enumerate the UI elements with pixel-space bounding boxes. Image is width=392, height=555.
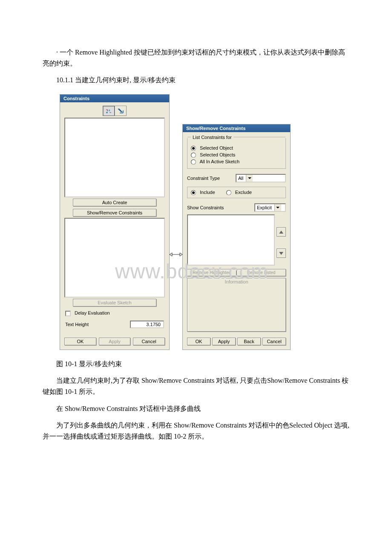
cancel-button-left[interactable]: Cancel — [133, 338, 165, 345]
constraints-listbox[interactable] — [64, 118, 165, 197]
constraints-result-listbox[interactable] — [187, 214, 275, 266]
figure-10-1: www.bdocx.com Constraints — [60, 94, 349, 350]
svg-marker-1 — [170, 253, 172, 256]
auto-create-button[interactable]: Auto Create — [73, 199, 156, 206]
show-constraints-label: Show Constraints — [187, 205, 224, 210]
constraints-dialog-title: Constraints — [60, 95, 169, 102]
secondary-listbox[interactable] — [64, 218, 165, 298]
information-button[interactable]: Information — [187, 278, 286, 332]
apply-button-right[interactable]: Apply — [212, 338, 236, 345]
scroll-down-button[interactable] — [277, 249, 286, 258]
show-remove-constraints-button[interactable]: Show/Remove Constraints — [73, 209, 156, 217]
show-remove-dialog: Show/Remove Constraints List Constraints… — [182, 124, 291, 350]
show-remove-dialog-title: Show/Remove Constraints — [183, 124, 290, 132]
text-height-label: Text Height — [65, 322, 89, 327]
paragraph-5: 为了列出多条曲线的几何约束，利用在 Show/Remove Constraint… — [43, 420, 349, 442]
list-constraints-legend: List Constraints for — [187, 135, 285, 140]
delay-evaluation-label: Delay Evaluation — [75, 310, 110, 315]
radio-exclude[interactable] — [226, 190, 231, 195]
dim-icon — [105, 108, 112, 114]
radio-selected-object[interactable] — [191, 146, 196, 151]
remove-listed-button[interactable]: Remove Listed — [236, 269, 286, 276]
triangle-down-icon — [279, 252, 283, 255]
ok-button-left[interactable]: OK — [64, 338, 96, 345]
exclude-label: Exclude — [235, 190, 252, 195]
chevron-down-icon — [246, 175, 253, 182]
radio-selected-object-label: Selected Object — [200, 145, 233, 150]
include-label: Include — [200, 190, 215, 195]
dimensional-mode-toggle[interactable] — [103, 106, 115, 116]
geometric-mode-toggle[interactable] — [115, 106, 127, 116]
radio-include[interactable] — [191, 190, 196, 195]
constraints-dialog: Constraints — [60, 94, 170, 350]
geo-icon — [117, 108, 124, 114]
section-heading: 10.1.1 当建立几何约束时, 显示/移去约束 — [43, 75, 349, 86]
radio-all-active-label: All In Active Sketch — [199, 159, 239, 164]
radio-selected-objects-label: Selected Objects — [200, 152, 235, 157]
constraint-type-label: Constraint Type — [187, 176, 220, 181]
constraint-type-dropdown[interactable]: All — [236, 174, 286, 182]
text-height-field[interactable]: 3.1750 — [130, 321, 164, 328]
paragraph-4: 在 Show/Remove Constraints 对话框中选择多曲线 — [43, 403, 349, 414]
figure-caption: 图 10-1 显示/移去约束 — [43, 358, 349, 370]
paragraph-3: 当建立几何约束时,为了存取 Show/Remove Constraints 对话… — [43, 375, 349, 397]
paragraph-1: · 一个 Remove Highlighted 按键已经加到约束对话框的尺寸约束… — [43, 47, 349, 69]
evaluate-sketch-button[interactable]: Evaluate Sketch — [73, 299, 156, 306]
chevron-down-icon-2 — [274, 204, 281, 211]
cancel-button-right[interactable]: Cancel — [262, 338, 286, 345]
triangle-up-icon — [279, 231, 283, 234]
show-constraints-dropdown[interactable]: Explicit — [254, 203, 286, 212]
connector-arrow — [170, 251, 182, 258]
remove-highlighted-button[interactable]: Remove Highlighted — [187, 269, 236, 276]
radio-all-active[interactable] — [191, 159, 196, 165]
back-button-right[interactable]: Back — [237, 338, 261, 345]
show-constraints-value: Explicit — [255, 205, 274, 210]
delay-evaluation-checkbox[interactable] — [65, 311, 71, 316]
radio-selected-objects[interactable] — [191, 153, 196, 158]
scroll-up-button[interactable] — [277, 227, 286, 237]
apply-button-left[interactable]: Apply — [99, 338, 131, 345]
ok-button-right[interactable]: OK — [187, 338, 210, 345]
list-constraints-group: List Constraints for Selected Object Sel… — [187, 138, 286, 169]
constraint-type-value: All — [236, 176, 246, 181]
